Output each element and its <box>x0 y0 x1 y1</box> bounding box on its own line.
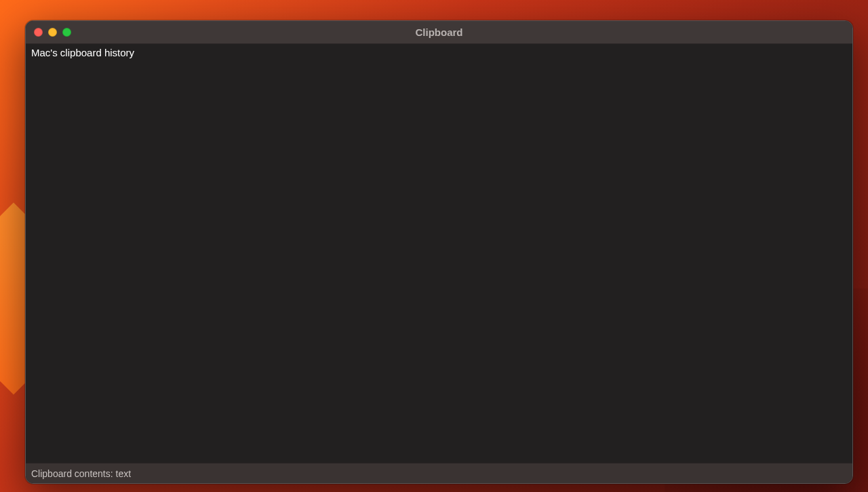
titlebar[interactable]: Clipboard <box>26 21 852 44</box>
statusbar: Clipboard contents: text <box>26 463 852 483</box>
minimize-icon[interactable] <box>48 28 57 37</box>
traffic-lights <box>26 28 71 37</box>
fullscreen-icon[interactable] <box>62 28 71 37</box>
status-label: Clipboard contents: text <box>31 468 131 479</box>
clipboard-text: Mac's clipboard history <box>31 47 847 58</box>
clipboard-window: Clipboard Mac's clipboard history Clipbo… <box>25 20 853 484</box>
close-icon[interactable] <box>34 28 43 37</box>
window-title: Clipboard <box>26 26 852 38</box>
clipboard-content-area[interactable]: Mac's clipboard history <box>26 44 852 463</box>
